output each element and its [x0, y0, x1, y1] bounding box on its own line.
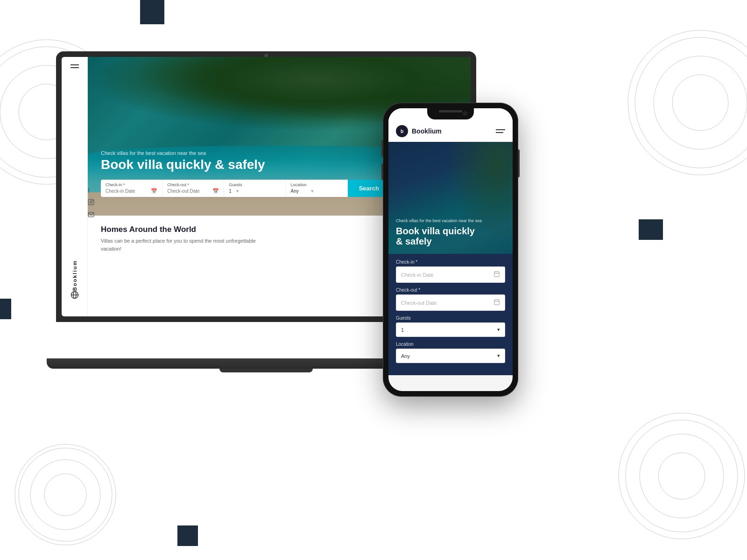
hero-title: Book villa quickly & safely — [101, 158, 390, 172]
phone-camera — [463, 111, 467, 116]
phone-guests-group: Guests 1 ▾ — [396, 315, 505, 337]
phone-checkout-group: Check-out * Check-out Date — [396, 287, 505, 311]
checkin-input[interactable] — [106, 189, 149, 194]
phone-location-select[interactable]: Any ▾ — [396, 349, 505, 363]
phone-hero-title-line2: & safely — [396, 236, 432, 246]
phone-hero-subtitle: Check villas for the best vacation near … — [396, 218, 482, 224]
checkout-input[interactable] — [167, 189, 211, 194]
phone-guests-select[interactable]: 1 ▾ — [396, 322, 505, 337]
phone-notch — [427, 108, 474, 119]
guests-field: Guests 1 2 3 4+ ▾ — [224, 180, 286, 197]
phone-hero-title-line1: Book villa quickly — [396, 226, 475, 236]
laptop-sidebar: Booklium — [62, 57, 88, 316]
checkin-label: Check-in * — [106, 182, 157, 187]
phone-location-group: Location Any ▾ — [396, 342, 505, 363]
phone-search-form: Check-in * Check-in Date — [388, 254, 513, 375]
phone-hero-title: Book villa quickly & safely — [396, 226, 482, 246]
svg-rect-23 — [494, 272, 500, 277]
phone-body: b Booklium Check villas for the best vac… — [383, 103, 518, 397]
checkin-field: Check-in * 📅 — [101, 180, 162, 197]
instagram-icon[interactable] — [88, 199, 94, 207]
phone-screen: b Booklium Check villas for the best vac… — [388, 108, 513, 391]
checkout-label: Check-out * — [167, 182, 219, 187]
phone-vol-down-button — [381, 163, 383, 180]
guests-select[interactable]: 1 2 3 4+ — [229, 189, 234, 194]
phone-location-chevron-icon: ▾ — [497, 353, 500, 359]
phone-location-label: Location — [396, 342, 505, 347]
phone-logo: b Booklium — [396, 125, 442, 137]
phone-device: b Booklium Check villas for the best vac… — [383, 103, 518, 397]
phone-location-value: Any — [401, 353, 410, 359]
phone-checkin-placeholder: Check-in Date — [401, 272, 434, 278]
phone-menu-line-1 — [496, 129, 505, 130]
phone-checkin-label: Check-in * — [396, 259, 505, 265]
hero-subtitle: Check villas for the best vacation near … — [101, 150, 390, 156]
phone-calendar-icon-checkout — [493, 299, 500, 307]
calendar-icon-checkin: 📅 — [151, 188, 157, 194]
chevron-guests-icon: ▾ — [236, 188, 239, 194]
scene: Booklium — [47, 28, 700, 532]
phone-checkout-placeholder: Check-out Date — [401, 300, 437, 306]
menu-line-1 — [70, 64, 79, 65]
phone-guests-chevron-icon: ▾ — [497, 327, 500, 333]
phone-speaker — [439, 110, 462, 112]
sidebar-brand-label: Booklium — [72, 260, 78, 291]
location-field: Location Any Maldives Bali Hawaii — [286, 180, 347, 197]
chevron-location-icon: ▾ — [311, 188, 314, 194]
checkout-field: Check-out * 📅 — [162, 180, 224, 197]
phone-guests-label: Guests — [396, 315, 505, 321]
calendar-icon-checkout: 📅 — [212, 188, 219, 194]
phone-hero: Check villas for the best vacation near … — [388, 142, 513, 254]
phone-hero-content: Check villas for the best vacation near … — [396, 218, 482, 246]
sidebar-globe-icon[interactable] — [70, 291, 79, 301]
section-desc: Villas can be a perfect place for you to… — [101, 237, 269, 252]
bg-square-1 — [140, 0, 164, 24]
location-label: Location — [290, 182, 342, 187]
phone-checkout-label: Check-out * — [396, 287, 505, 293]
phone-checkin-group: Check-in * Check-in Date — [396, 259, 505, 283]
phone-vol-up-button — [381, 140, 383, 157]
svg-rect-27 — [494, 300, 500, 305]
sidebar-menu-icon[interactable] — [70, 64, 79, 68]
guests-label: Guests — [229, 182, 281, 187]
facebook-icon[interactable]: f — [88, 187, 94, 194]
phone-checkout-input[interactable]: Check-out Date — [396, 294, 505, 311]
svg-rect-19 — [88, 199, 94, 205]
phone-menu-icon[interactable] — [496, 129, 505, 133]
laptop-social-icons: f — [88, 187, 94, 219]
phone-checkin-input[interactable]: Check-in Date — [396, 266, 505, 283]
svg-point-21 — [92, 200, 93, 201]
menu-line-2 — [70, 67, 79, 68]
bg-square-2 — [0, 299, 11, 319]
laptop-foot — [219, 369, 313, 372]
phone-calendar-icon-checkin — [493, 271, 500, 279]
phone-guests-value: 1 — [401, 327, 404, 333]
location-select[interactable]: Any Maldives Bali Hawaii — [290, 189, 309, 194]
phone-menu-line-2 — [496, 132, 503, 133]
phone-brand-name: Booklium — [412, 127, 442, 135]
phone-logo-icon: b — [396, 125, 408, 137]
email-icon[interactable] — [88, 211, 94, 219]
phone-power-button — [518, 149, 520, 177]
svg-point-20 — [90, 201, 92, 203]
laptop-search-form: Check-in * 📅 Check-out * — [101, 180, 390, 197]
hero-content: Check villas for the best vacation near … — [101, 150, 390, 197]
